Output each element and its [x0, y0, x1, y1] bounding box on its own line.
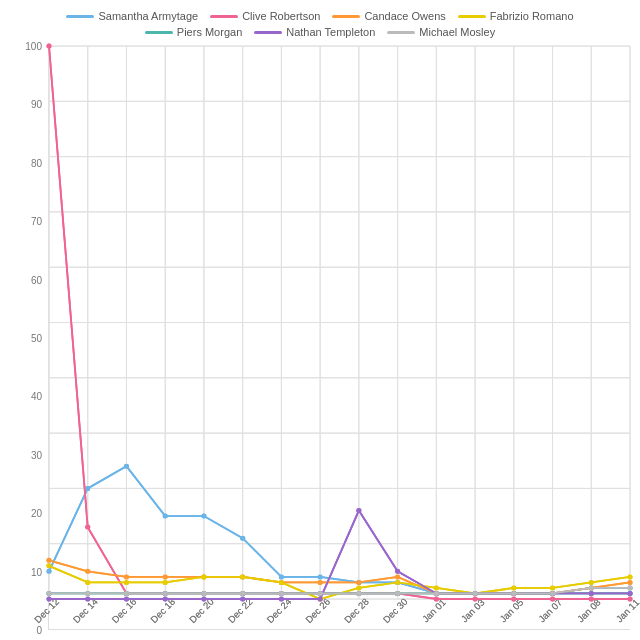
svg-point-237 [318, 580, 323, 585]
svg-text:Jan 11: Jan 11 [614, 597, 640, 625]
y-tick-20: 20 [31, 508, 42, 519]
svg-point-286 [356, 508, 361, 513]
svg-point-284 [279, 597, 284, 602]
svg-point-203 [240, 536, 245, 541]
svg-text:Dec 30: Dec 30 [381, 596, 410, 625]
y-tick-40: 40 [31, 391, 42, 402]
legend-item-michael: Michael Mosley [387, 26, 495, 38]
legend-swatch-fabrizio [458, 15, 486, 18]
svg-point-228 [589, 597, 594, 602]
svg-point-293 [628, 591, 633, 596]
svg-text:Dec 20: Dec 20 [187, 596, 216, 625]
y-tick-50: 50 [31, 333, 42, 344]
svg-text:Dec 14: Dec 14 [71, 596, 100, 625]
svg-point-245 [628, 580, 633, 585]
svg-point-281 [163, 597, 168, 602]
svg-point-258 [511, 585, 516, 590]
svg-text:Dec 26: Dec 26 [303, 596, 332, 625]
legend-item-piers: Piers Morgan [145, 26, 242, 38]
svg-point-302 [356, 591, 361, 596]
y-axis: 0102030405060708090100 [10, 46, 48, 630]
svg-point-280 [124, 597, 129, 602]
legend-label-fabrizio: Fabrizio Romano [490, 10, 574, 22]
svg-point-303 [395, 591, 400, 596]
y-tick-90: 90 [31, 99, 42, 110]
svg-point-251 [240, 574, 245, 579]
svg-point-230 [47, 558, 52, 563]
svg-point-238 [356, 580, 361, 585]
svg-point-199 [85, 486, 90, 491]
svg-point-278 [47, 597, 52, 602]
svg-point-205 [318, 574, 323, 579]
svg-text:Dec 18: Dec 18 [148, 596, 177, 625]
legend-item-nathan: Nathan Templeton [254, 26, 375, 38]
svg-point-306 [511, 591, 516, 596]
legend-swatch-nathan [254, 31, 282, 34]
legend-label-nathan: Nathan Templeton [286, 26, 375, 38]
legend-item-candace: Candace Owens [332, 10, 445, 22]
svg-point-299 [240, 591, 245, 596]
svg-point-297 [163, 591, 168, 596]
legend-item-fabrizio: Fabrizio Romano [458, 10, 574, 22]
svg-point-295 [85, 591, 90, 596]
svg-text:Jan 05: Jan 05 [497, 597, 525, 625]
svg-point-200 [124, 464, 129, 469]
svg-point-279 [85, 597, 90, 602]
svg-point-229 [628, 597, 633, 602]
y-tick-100: 100 [25, 41, 42, 52]
svg-point-202 [201, 514, 206, 519]
svg-point-247 [85, 580, 90, 585]
svg-point-304 [434, 591, 439, 596]
legend-swatch-samantha [66, 15, 94, 18]
legend-label-candace: Candace Owens [364, 10, 445, 22]
svg-point-307 [550, 591, 555, 596]
svg-text:Jan 03: Jan 03 [459, 597, 487, 625]
svg-point-298 [201, 591, 206, 596]
legend-label-clive: Clive Robertson [242, 10, 320, 22]
svg-point-248 [124, 580, 129, 585]
y-tick-80: 80 [31, 157, 42, 168]
svg-point-226 [511, 597, 516, 602]
svg-point-246 [47, 563, 52, 568]
svg-point-232 [124, 574, 129, 579]
svg-point-239 [395, 574, 400, 579]
svg-point-261 [628, 574, 633, 579]
chart-lines: Dec 12Dec 14Dec 16Dec 18Dec 20Dec 22Dec … [49, 46, 630, 629]
svg-point-198 [47, 569, 52, 574]
svg-point-300 [279, 591, 284, 596]
svg-point-285 [318, 597, 323, 602]
svg-point-225 [473, 597, 478, 602]
svg-point-282 [201, 597, 206, 602]
svg-text:Dec 24: Dec 24 [264, 596, 293, 625]
svg-point-294 [47, 591, 52, 596]
y-tick-10: 10 [31, 566, 42, 577]
legend-label-michael: Michael Mosley [419, 26, 495, 38]
svg-text:Dec 22: Dec 22 [226, 596, 255, 625]
svg-point-283 [240, 597, 245, 602]
y-tick-70: 70 [31, 216, 42, 227]
chart-plot: Dec 12Dec 14Dec 16Dec 18Dec 20Dec 22Dec … [48, 46, 630, 630]
legend-swatch-piers [145, 31, 173, 34]
svg-point-255 [395, 580, 400, 585]
svg-point-252 [279, 580, 284, 585]
svg-point-250 [201, 574, 206, 579]
svg-point-287 [395, 569, 400, 574]
svg-point-201 [163, 514, 168, 519]
y-tick-0: 0 [36, 625, 42, 636]
legend-label-piers: Piers Morgan [177, 26, 242, 38]
svg-text:Jan 08: Jan 08 [575, 597, 603, 625]
legend-swatch-michael [387, 31, 415, 34]
legend-item-samantha: Samantha Armytage [66, 10, 198, 22]
svg-text:Jan 01: Jan 01 [420, 597, 448, 625]
legend-item-clive: Clive Robertson [210, 10, 320, 22]
svg-point-305 [473, 591, 478, 596]
svg-point-296 [124, 591, 129, 596]
svg-point-301 [318, 591, 323, 596]
svg-point-259 [550, 585, 555, 590]
svg-text:Dec 28: Dec 28 [342, 596, 371, 625]
svg-point-249 [163, 580, 168, 585]
svg-point-256 [434, 585, 439, 590]
y-tick-60: 60 [31, 274, 42, 285]
chart-container: Samantha ArmytageClive RobertsonCandace … [0, 0, 640, 640]
svg-point-214 [47, 44, 52, 49]
